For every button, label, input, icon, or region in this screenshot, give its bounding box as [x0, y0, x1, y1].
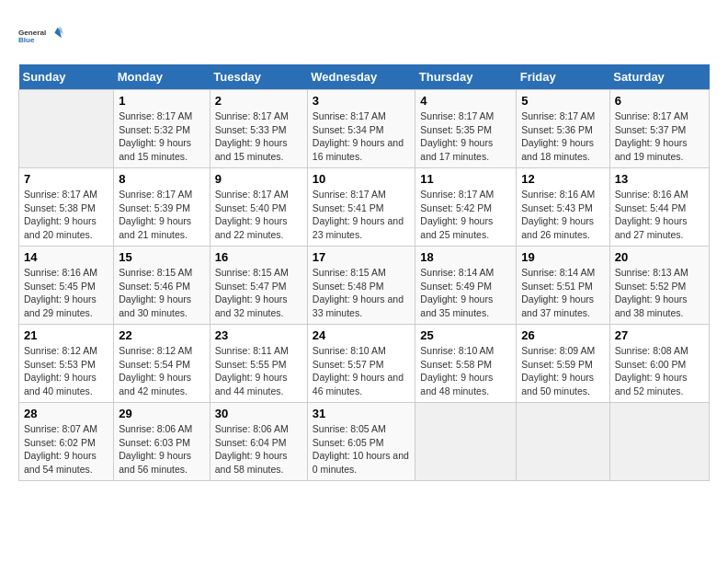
calendar-cell: 22Sunrise: 8:12 AMSunset: 5:54 PMDayligh… [114, 325, 210, 403]
column-header-thursday: Thursday [415, 64, 517, 90]
day-number: 28 [24, 407, 108, 420]
day-number: 3 [313, 94, 411, 108]
calendar-cell: 28Sunrise: 8:07 AMSunset: 6:02 PMDayligh… [19, 403, 114, 481]
calendar-cell: 17Sunrise: 8:15 AMSunset: 5:48 PMDayligh… [307, 247, 415, 325]
day-number: 2 [215, 94, 302, 108]
day-number: 13 [615, 172, 704, 186]
week-row-4: 21Sunrise: 8:12 AMSunset: 5:53 PMDayligh… [19, 325, 710, 403]
day-number: 25 [420, 328, 511, 342]
calendar-cell: 3Sunrise: 8:17 AMSunset: 5:34 PMDaylight… [307, 90, 415, 168]
calendar-cell: 2Sunrise: 8:17 AMSunset: 5:33 PMDaylight… [210, 90, 307, 168]
calendar-cell: 20Sunrise: 8:13 AMSunset: 5:52 PMDayligh… [609, 247, 709, 325]
week-row-3: 14Sunrise: 8:16 AMSunset: 5:45 PMDayligh… [19, 247, 710, 325]
week-row-2: 7Sunrise: 8:17 AMSunset: 5:38 PMDaylight… [19, 168, 710, 247]
day-info: Sunrise: 8:17 AMSunset: 5:32 PMDaylight:… [119, 109, 205, 164]
calendar-cell: 31Sunrise: 8:05 AMSunset: 6:05 PMDayligh… [307, 403, 415, 481]
calendar-cell [19, 90, 114, 168]
day-info: Sunrise: 8:15 AMSunset: 5:46 PMDaylight:… [119, 266, 205, 320]
day-info: Sunrise: 8:15 AMSunset: 5:48 PMDaylight:… [313, 266, 411, 320]
day-number: 26 [521, 328, 605, 342]
calendar-cell: 23Sunrise: 8:11 AMSunset: 5:55 PMDayligh… [210, 325, 307, 403]
column-header-monday: Monday [114, 64, 210, 90]
day-number: 18 [420, 250, 511, 264]
day-number: 12 [521, 172, 605, 186]
day-number: 4 [420, 94, 511, 108]
day-info: Sunrise: 8:10 AMSunset: 5:58 PMDaylight:… [420, 344, 511, 398]
day-number: 11 [420, 172, 511, 186]
day-info: Sunrise: 8:17 AMSunset: 5:38 PMDaylight:… [24, 188, 108, 242]
calendar-cell: 5Sunrise: 8:17 AMSunset: 5:36 PMDaylight… [517, 90, 610, 168]
day-info: Sunrise: 8:07 AMSunset: 6:02 PMDaylight:… [24, 422, 108, 477]
day-number: 10 [313, 172, 411, 186]
calendar-cell: 1Sunrise: 8:17 AMSunset: 5:32 PMDaylight… [114, 90, 210, 168]
day-info: Sunrise: 8:14 AMSunset: 5:49 PMDaylight:… [420, 266, 511, 320]
header: General Blue [18, 18, 710, 55]
day-number: 31 [313, 407, 411, 420]
calendar-cell: 11Sunrise: 8:17 AMSunset: 5:42 PMDayligh… [415, 168, 517, 247]
week-row-1: 1Sunrise: 8:17 AMSunset: 5:32 PMDaylight… [19, 90, 710, 168]
day-info: Sunrise: 8:17 AMSunset: 5:42 PMDaylight:… [420, 188, 511, 242]
calendar-cell: 8Sunrise: 8:17 AMSunset: 5:39 PMDaylight… [114, 168, 210, 247]
calendar-cell: 4Sunrise: 8:17 AMSunset: 5:35 PMDaylight… [415, 90, 517, 168]
day-info: Sunrise: 8:17 AMSunset: 5:37 PMDaylight:… [615, 109, 704, 164]
calendar-cell: 26Sunrise: 8:09 AMSunset: 5:59 PMDayligh… [517, 325, 610, 403]
svg-text:Blue: Blue [18, 36, 35, 44]
column-header-tuesday: Tuesday [210, 64, 307, 90]
day-number: 20 [615, 250, 704, 264]
week-row-5: 28Sunrise: 8:07 AMSunset: 6:02 PMDayligh… [19, 403, 710, 481]
calendar-cell: 18Sunrise: 8:14 AMSunset: 5:49 PMDayligh… [415, 247, 517, 325]
day-info: Sunrise: 8:06 AMSunset: 6:03 PMDaylight:… [119, 422, 205, 477]
calendar-cell: 30Sunrise: 8:06 AMSunset: 6:04 PMDayligh… [210, 403, 307, 481]
column-header-saturday: Saturday [609, 64, 709, 90]
logo: General Blue [18, 18, 64, 55]
day-number: 27 [615, 328, 704, 342]
day-info: Sunrise: 8:17 AMSunset: 5:36 PMDaylight:… [521, 109, 605, 164]
calendar-cell: 7Sunrise: 8:17 AMSunset: 5:38 PMDaylight… [19, 168, 114, 247]
day-number: 9 [215, 172, 302, 186]
day-info: Sunrise: 8:16 AMSunset: 5:45 PMDaylight:… [24, 266, 108, 320]
column-header-friday: Friday [517, 64, 610, 90]
calendar-cell: 12Sunrise: 8:16 AMSunset: 5:43 PMDayligh… [517, 168, 610, 247]
day-info: Sunrise: 8:11 AMSunset: 5:55 PMDaylight:… [215, 344, 302, 398]
day-info: Sunrise: 8:17 AMSunset: 5:34 PMDaylight:… [313, 109, 411, 164]
calendar-cell [415, 403, 517, 481]
day-number: 8 [119, 172, 205, 186]
day-number: 1 [119, 94, 205, 108]
calendar-cell: 15Sunrise: 8:15 AMSunset: 5:46 PMDayligh… [114, 247, 210, 325]
day-info: Sunrise: 8:12 AMSunset: 5:54 PMDaylight:… [119, 344, 205, 398]
day-number: 23 [215, 328, 302, 342]
calendar-cell: 21Sunrise: 8:12 AMSunset: 5:53 PMDayligh… [19, 325, 114, 403]
calendar-cell: 14Sunrise: 8:16 AMSunset: 5:45 PMDayligh… [19, 247, 114, 325]
day-info: Sunrise: 8:12 AMSunset: 5:53 PMDaylight:… [24, 344, 108, 398]
day-info: Sunrise: 8:14 AMSunset: 5:51 PMDaylight:… [521, 266, 605, 320]
calendar-cell: 6Sunrise: 8:17 AMSunset: 5:37 PMDaylight… [609, 90, 709, 168]
day-info: Sunrise: 8:15 AMSunset: 5:47 PMDaylight:… [215, 266, 302, 320]
calendar-cell: 10Sunrise: 8:17 AMSunset: 5:41 PMDayligh… [307, 168, 415, 247]
day-number: 7 [24, 172, 108, 186]
calendar-cell: 24Sunrise: 8:10 AMSunset: 5:57 PMDayligh… [307, 325, 415, 403]
day-number: 15 [119, 250, 205, 264]
day-info: Sunrise: 8:17 AMSunset: 5:39 PMDaylight:… [119, 188, 205, 242]
calendar-cell: 13Sunrise: 8:16 AMSunset: 5:44 PMDayligh… [609, 168, 709, 247]
day-number: 22 [119, 328, 205, 342]
day-number: 29 [119, 407, 205, 420]
day-number: 5 [521, 94, 605, 108]
calendar-cell: 19Sunrise: 8:14 AMSunset: 5:51 PMDayligh… [517, 247, 610, 325]
day-number: 17 [313, 250, 411, 264]
calendar-cell: 25Sunrise: 8:10 AMSunset: 5:58 PMDayligh… [415, 325, 517, 403]
day-info: Sunrise: 8:17 AMSunset: 5:35 PMDaylight:… [420, 109, 511, 164]
calendar-cell: 27Sunrise: 8:08 AMSunset: 6:00 PMDayligh… [609, 325, 709, 403]
column-header-sunday: Sunday [19, 64, 114, 90]
day-info: Sunrise: 8:09 AMSunset: 5:59 PMDaylight:… [521, 344, 605, 398]
calendar-cell: 16Sunrise: 8:15 AMSunset: 5:47 PMDayligh… [210, 247, 307, 325]
calendar-cell [609, 403, 709, 481]
day-info: Sunrise: 8:10 AMSunset: 5:57 PMDaylight:… [313, 344, 411, 398]
day-info: Sunrise: 8:06 AMSunset: 6:04 PMDaylight:… [215, 422, 302, 477]
day-number: 6 [615, 94, 704, 108]
logo-svg: General Blue [18, 18, 64, 55]
day-info: Sunrise: 8:16 AMSunset: 5:43 PMDaylight:… [521, 188, 605, 242]
calendar-table: SundayMondayTuesdayWednesdayThursdayFrid… [18, 64, 710, 481]
svg-text:General: General [18, 29, 46, 37]
day-info: Sunrise: 8:17 AMSunset: 5:33 PMDaylight:… [215, 109, 302, 164]
day-info: Sunrise: 8:05 AMSunset: 6:05 PMDaylight:… [313, 422, 411, 477]
